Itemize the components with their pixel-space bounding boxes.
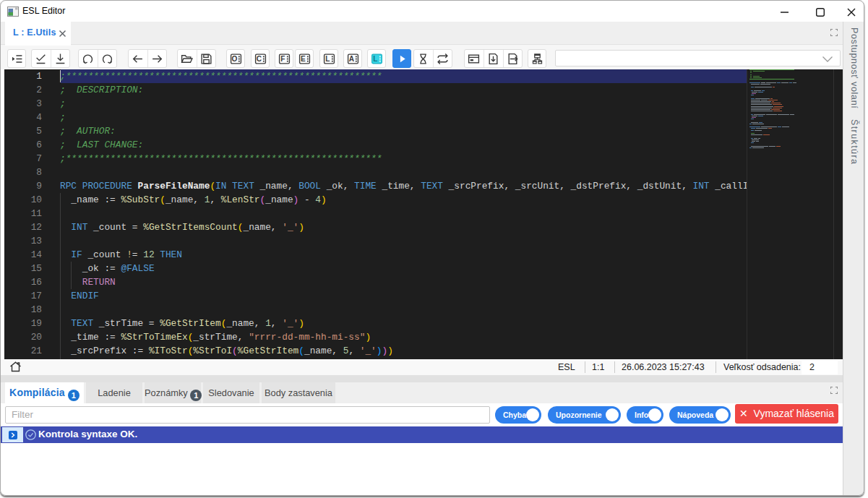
svg-text:E: E: [301, 55, 306, 63]
svg-text:C: C: [257, 55, 262, 63]
svg-text:A: A: [349, 55, 355, 63]
svg-text:L: L: [325, 55, 330, 63]
svg-text:L: L: [373, 55, 377, 63]
svg-text:F: F: [280, 55, 285, 63]
svg-text:O: O: [231, 55, 237, 63]
